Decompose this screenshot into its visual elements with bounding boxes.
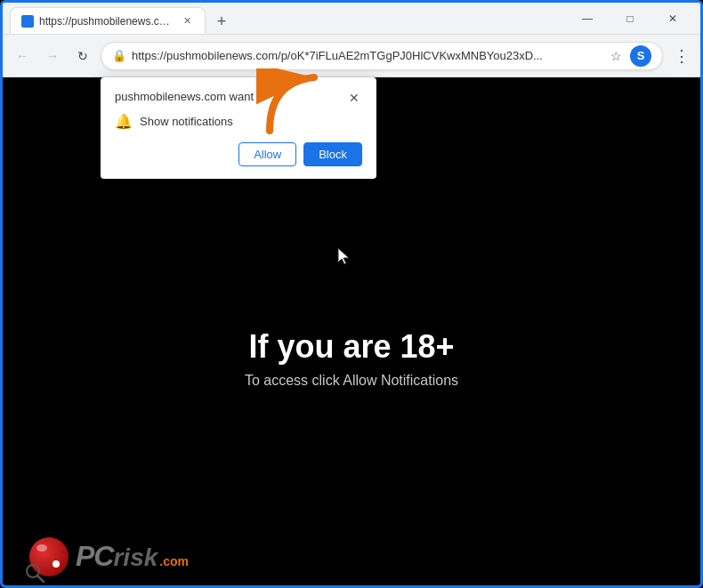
more-button[interactable]: ⋮ (668, 44, 693, 68)
pcrisk-letters: PC (76, 542, 113, 570)
svg-line-2 (37, 576, 44, 582)
tabs-area: https://pushmobilenews.com/p/... ✕ + (10, 3, 567, 34)
address-bar: ← → ↻ 🔒 https://pushmobilenews.com/p/oK*… (3, 35, 700, 77)
back-button[interactable]: ← (10, 44, 35, 68)
tab-title: https://pushmobilenews.com/p/... (39, 15, 174, 28)
title-bar: https://pushmobilenews.com/p/... ✕ + — □… (3, 3, 700, 35)
cursor (336, 246, 352, 270)
window-controls: — □ ✕ (567, 3, 693, 35)
bell-icon: 🔔 (115, 113, 133, 130)
address-input[interactable]: 🔒 https://pushmobilenews.com/p/oK*7iFLuA… (101, 42, 663, 70)
forward-button[interactable]: → (40, 44, 65, 68)
allow-button[interactable]: Allow (238, 142, 296, 166)
pcrisk-ball-dot (53, 560, 60, 568)
page-main-text: If you are 18+ (245, 328, 458, 366)
tab-favicon (21, 15, 34, 28)
pcrisk-logo: PC risk .com (29, 537, 189, 576)
active-tab[interactable]: https://pushmobilenews.com/p/... ✕ (10, 7, 206, 34)
notification-label: Show notifications (140, 115, 233, 128)
bookmark-button[interactable]: ☆ (605, 45, 626, 67)
magnifier-icon (26, 564, 45, 584)
pcrisk-ball-reflect (36, 544, 47, 552)
browser-window: https://pushmobilenews.com/p/... ✕ + — □… (0, 0, 703, 588)
new-tab-button[interactable]: + (209, 9, 234, 34)
address-text: https://pushmobilenews.com/p/oK*7iFLuAE2… (132, 49, 600, 62)
block-button[interactable]: Block (303, 142, 362, 166)
pcrisk-text-wrap: PC risk .com (76, 542, 189, 572)
notification-popup: pushmobilenews.com want ✕ 🔔 Show notific… (101, 77, 376, 179)
pcrisk-dotcom: .com (159, 554, 189, 568)
refresh-button[interactable]: ↻ (70, 44, 95, 68)
popup-close-button[interactable]: ✕ (346, 90, 362, 106)
arrow-graphic (256, 68, 327, 143)
close-button[interactable]: ✕ (652, 3, 693, 35)
page-sub-text: To access click Allow Notifications (245, 373, 458, 389)
tab-close-button[interactable]: ✕ (180, 14, 194, 28)
profile-icon[interactable]: S (630, 45, 651, 67)
address-icons: ☆ S (605, 45, 651, 67)
minimize-button[interactable]: — (567, 3, 608, 35)
webpage: pushmobilenews.com want ✕ 🔔 Show notific… (3, 77, 700, 585)
lock-icon: 🔒 (112, 49, 126, 62)
popup-actions: Allow Block (115, 142, 362, 166)
maximize-button[interactable]: □ (610, 3, 650, 35)
pcrisk-suffix: risk (113, 544, 158, 572)
